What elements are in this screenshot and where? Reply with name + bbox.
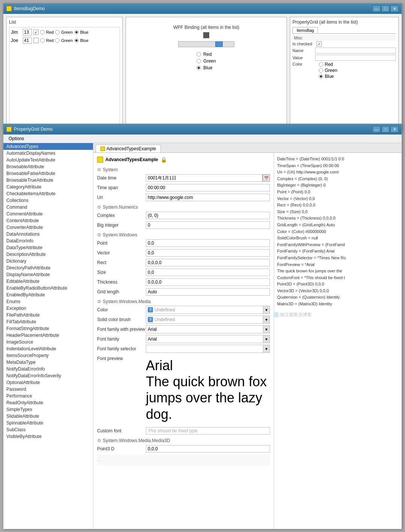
sidebar-item-converterattribute[interactable]: ConverterAttribute xyxy=(3,224,93,231)
pg-radio-green[interactable]: Green xyxy=(319,68,337,73)
wpf-radio-btn-red[interactable] xyxy=(196,52,201,57)
dropdown-arrow-fontfamilywithpreview[interactable]: ▼ xyxy=(263,326,270,333)
dropdown-arrow-color[interactable]: ▼ xyxy=(263,306,270,314)
form-color-dropdown[interactable]: ? Undefined ▼ xyxy=(146,306,270,314)
sidebar-item-checkableitemsattribute[interactable]: CheckableItemsAttribute xyxy=(3,190,93,197)
sidebar-item-indentationlevelattribute[interactable]: IndentationLevelAttribute xyxy=(3,345,93,352)
sidebar-item-exception[interactable]: Exception xyxy=(3,305,93,312)
sidebar-item-visiblebyattribute[interactable]: VisibleByAttribute xyxy=(3,433,93,440)
menu-options[interactable]: Options xyxy=(6,135,27,142)
wpf-radio-blue[interactable]: Blue xyxy=(196,65,216,70)
form-size-input[interactable] xyxy=(146,269,270,276)
form-complex-input[interactable] xyxy=(146,212,270,219)
sidebar-item-readonlyattribute[interactable]: ReadOnlyAttribute xyxy=(3,399,93,406)
pg-tab-itemsbag[interactable]: ItemsBag xyxy=(292,27,318,33)
form-point-input[interactable] xyxy=(146,239,270,247)
sidebar-item-browsablefalseattribute[interactable]: BrowsableFalseAttribute xyxy=(3,170,93,177)
form-fontfamily-dropdown[interactable]: Arial ▼ xyxy=(146,335,270,343)
sidebar-item-enums[interactable]: Enums xyxy=(3,298,93,305)
form-solidcolor-dropdown[interactable]: ? Undefined ▼ xyxy=(146,315,270,324)
item-num-jim[interactable] xyxy=(23,29,32,36)
sidebar-item-metadatatype[interactable]: MetaDataType xyxy=(3,359,93,366)
sidebar-item-password[interactable]: Password xyxy=(3,386,93,393)
item-check-jim[interactable] xyxy=(33,30,39,35)
item-num-joe[interactable] xyxy=(23,37,32,44)
sidebar-item-automaticdisplaynames[interactable]: AutomaticDisplayNames xyxy=(3,150,93,157)
dropdown-arrow-fontfamilyselector[interactable]: ▼ xyxy=(263,345,270,353)
sidebar-item-notifydataerrorinfoseverity[interactable]: NotifyDataErrorInfoSeverity xyxy=(3,372,93,379)
item-check-joe[interactable] xyxy=(33,38,39,43)
radio-red-joe[interactable] xyxy=(40,38,45,43)
close-button-2[interactable]: ✕ xyxy=(390,126,399,133)
pg-input-name[interactable] xyxy=(315,48,396,54)
sidebar-item-datatypeattribute[interactable]: DataTypeAttribute xyxy=(3,244,93,251)
radio-blue-joe[interactable] xyxy=(74,38,79,43)
sidebar-item-headerplacementattribute[interactable]: HeaderPlacementAttribute xyxy=(3,332,93,339)
sidebar-item-editableattribute[interactable]: EditableAttribute xyxy=(3,278,93,285)
sidebar-item-enabledbyattribute[interactable]: EnabledByAttribute xyxy=(3,291,93,298)
sidebar-item-directorypathattribute[interactable]: DirectoryPathAttribute xyxy=(3,265,93,271)
wpf-radio-btn-blue[interactable] xyxy=(196,66,201,70)
form-datetime-input[interactable] xyxy=(146,174,262,182)
maximize-button-2[interactable]: □ xyxy=(381,126,390,133)
radio-red-jim[interactable] xyxy=(40,30,45,34)
sidebar-item-categoryattribute[interactable]: CategoryAttribute xyxy=(3,184,93,190)
pg-radio-blue[interactable]: Blue xyxy=(319,74,337,79)
sidebar-item-performance[interactable]: Performance xyxy=(3,393,93,399)
sidebar-item-filltabattribute[interactable]: FillTabAttribute xyxy=(3,318,93,325)
sidebar-item-filepathattribute[interactable]: FilePathAttribute xyxy=(3,312,93,318)
pg-radio-red[interactable]: Red xyxy=(319,62,337,67)
close-button-1[interactable]: ✕ xyxy=(390,5,399,12)
wpf-radio-green[interactable]: Green xyxy=(196,58,216,64)
sidebar-item-simpletypes[interactable]: SimpleTypes xyxy=(3,406,93,413)
form-datetime-btn[interactable]: 📅 xyxy=(262,174,270,182)
form-gridlength-input[interactable] xyxy=(146,288,270,296)
sidebar-item-itemssourceproperty[interactable]: ItemsSourceProperty xyxy=(3,352,93,359)
pg-radio-btn-green[interactable] xyxy=(319,68,323,73)
pg-input-value[interactable] xyxy=(315,55,396,61)
sidebar-item-descriptionattribute[interactable]: DescriptionAttribute xyxy=(3,251,93,258)
form-rect-input[interactable] xyxy=(146,259,270,266)
form-fontfamilywithpreview-dropdown[interactable]: Arial ▼ xyxy=(146,325,270,333)
wpf-slider[interactable] xyxy=(178,41,234,47)
form-fontfamilyselector-dropdown[interactable]: ▼ xyxy=(146,345,270,353)
sidebar-item-imagesource[interactable]: ImageSource xyxy=(3,339,93,345)
wpf-radio-btn-green[interactable] xyxy=(196,59,201,63)
minimize-button-1[interactable]: — xyxy=(372,5,381,12)
form-biginteger-input[interactable] xyxy=(146,221,270,229)
radio-green-jim[interactable] xyxy=(55,30,60,34)
form-point3d-input[interactable] xyxy=(146,445,270,453)
wpf-radio-red[interactable]: Red xyxy=(196,52,216,57)
sidebar-item-optionalattribute[interactable]: OptionalAttribute xyxy=(3,379,93,386)
sidebar-item-notifydataerrorinfo[interactable]: NotifyDataErrorInfo xyxy=(3,366,93,372)
sidebar-item-spinnableattribute[interactable]: SpinnableAttribute xyxy=(3,420,93,426)
sidebar-item-formatstringattribute[interactable]: FormatStringAttribute xyxy=(3,325,93,332)
pg-radio-btn-red[interactable] xyxy=(319,62,323,67)
sidebar-item-advancedtypes[interactable]: AdvancedTypes xyxy=(3,143,93,150)
form-vector-input[interactable] xyxy=(146,249,270,257)
sidebar-item-contentattribute[interactable]: ContentAttribute xyxy=(3,217,93,224)
radio-green-joe[interactable] xyxy=(55,38,60,43)
minimize-button-2[interactable]: — xyxy=(372,126,381,133)
sidebar-item-slidableattribute[interactable]: SlidableAttribute xyxy=(3,413,93,420)
sidebar-item-browsableattribute[interactable]: BrowsableAttribute xyxy=(3,163,93,170)
sidebar-item-enablebyradiobuttonattribute[interactable]: EnableByRadioButtonAttribute xyxy=(3,285,93,291)
tab-advancedtypes[interactable]: AdvancedTypesExample xyxy=(96,145,161,152)
radio-blue-jim[interactable] xyxy=(74,30,79,34)
dropdown-arrow-fontfamily[interactable]: ▼ xyxy=(263,335,270,343)
form-timespan-input[interactable] xyxy=(146,184,270,191)
wpf-slider-thumb[interactable] xyxy=(215,42,223,47)
sidebar-item-dataerrorinfo[interactable]: DataErrorInfo xyxy=(3,238,93,244)
form-thickness-input[interactable] xyxy=(146,278,270,286)
sidebar-item-autoupdatetextattribute[interactable]: AutoUpdateTextAttribute xyxy=(3,157,93,163)
pg-checkbox-ischecked[interactable] xyxy=(316,41,322,46)
wpf-checkbox[interactable] xyxy=(203,32,209,38)
maximize-button-1[interactable]: □ xyxy=(381,5,390,12)
form-uri-input[interactable] xyxy=(146,194,270,201)
sidebar-item-collections[interactable]: Collections xyxy=(3,197,93,204)
form-customfont-input[interactable] xyxy=(146,427,270,435)
sidebar-item-command[interactable]: Command xyxy=(3,204,93,211)
sidebar-item-dictionary[interactable]: Dictionary xyxy=(3,258,93,265)
dropdown-arrow-solid[interactable]: ▼ xyxy=(263,316,270,323)
pg-radio-btn-blue[interactable] xyxy=(319,74,323,79)
